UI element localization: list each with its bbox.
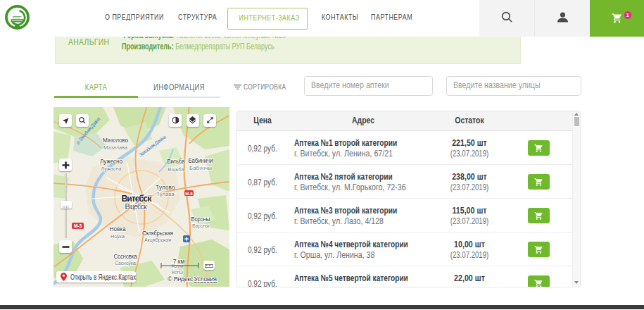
svg-text:Акцябрская: Акцябрская <box>144 237 171 243</box>
svg-text:Віцьба: Віцьба <box>168 166 185 173</box>
svg-text:© Яндекс Условия: © Яндекс Условия <box>168 275 217 283</box>
svg-text:М-3: М-3 <box>74 223 82 228</box>
svg-text:Лужасна: Лужасна <box>101 166 122 172</box>
svg-text:Сосновка: Сосновка <box>114 253 137 260</box>
svg-text:М-8: М-8 <box>185 192 193 196</box>
svg-text:Тулово: Тулово <box>156 184 175 191</box>
svg-text:Новка: Новка <box>110 225 126 232</box>
svg-text:Витьба: Витьба <box>168 158 185 165</box>
svg-text:Мазалава: Мазалава <box>103 144 128 151</box>
svg-text:7 км: 7 км <box>173 258 185 265</box>
svg-text:Бабінічы: Бабінічы <box>189 165 212 171</box>
svg-text:Мазолово: Мазолово <box>103 137 128 144</box>
svg-text:Тулава: Тулава <box>157 191 175 197</box>
svg-text:Вороны: Вороны <box>191 216 210 223</box>
svg-text:Ноўка: Ноўка <box>111 233 125 240</box>
svg-text:Бабиничи: Бабиничи <box>189 157 213 164</box>
svg-text:Вароны: Вароны <box>192 223 209 229</box>
svg-text:Лужесно: Лужесно <box>100 158 122 165</box>
svg-text:Октябрьская: Октябрьская <box>142 230 173 237</box>
svg-text:Віцебск: Віцебск <box>125 202 147 211</box>
svg-text:Сасноўка: Сасноўка <box>115 260 137 266</box>
